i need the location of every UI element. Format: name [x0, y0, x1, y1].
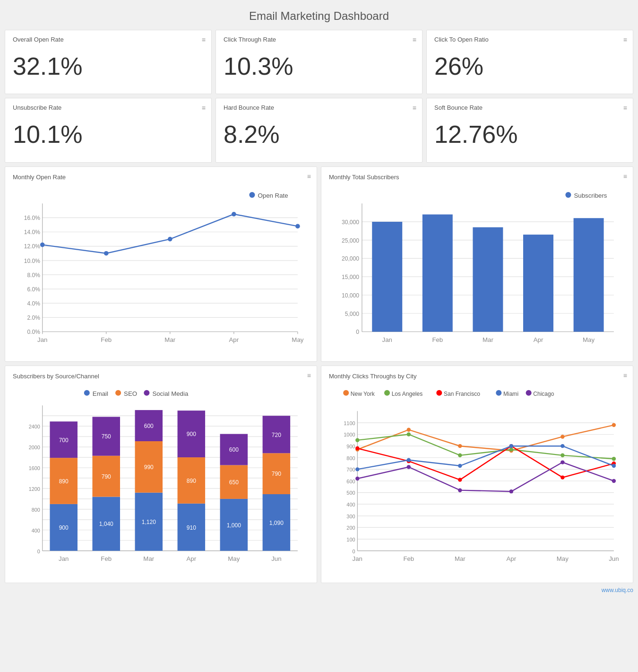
- svg-text:San Francisco: San Francisco: [444, 390, 480, 397]
- svg-text:700: 700: [346, 467, 355, 472]
- menu-icon-2[interactable]: ≡: [623, 36, 627, 44]
- svg-text:400: 400: [32, 527, 40, 533]
- svg-point-140: [496, 390, 501, 395]
- svg-text:2.0%: 2.0%: [27, 314, 40, 321]
- svg-point-142: [526, 390, 532, 395]
- svg-text:Jan: Jan: [382, 336, 392, 343]
- svg-text:Jan: Jan: [353, 555, 362, 562]
- chart-row-2: Subscribers by Source/Channel ≡ Email SE…: [5, 366, 633, 584]
- monthly-open-rate-chart: 0.0%2.0%4.0%6.0%8.0%10.0%12.0%14.0%16.0%…: [13, 183, 309, 355]
- svg-point-186: [560, 453, 564, 457]
- stat-label-0: Overall Open Rate: [13, 36, 204, 43]
- monthly-open-rate-title: Monthly Open Rate: [13, 174, 309, 181]
- svg-text:Mar: Mar: [143, 555, 154, 562]
- svg-text:Chicago: Chicago: [533, 390, 554, 397]
- svg-rect-59: [473, 227, 503, 332]
- svg-point-180: [560, 435, 564, 438]
- menu-icon-5[interactable]: ≡: [623, 104, 627, 112]
- stat-label-1: Click Through Rate: [224, 36, 414, 43]
- svg-text:100: 100: [346, 536, 355, 542]
- svg-text:15,000: 15,000: [342, 274, 359, 280]
- svg-text:600: 600: [346, 478, 355, 484]
- svg-point-196: [458, 463, 462, 467]
- svg-text:10,000: 10,000: [342, 292, 359, 299]
- menu-icon-0[interactable]: ≡: [202, 36, 206, 44]
- svg-text:1,040: 1,040: [99, 521, 113, 527]
- clicks-city-card: Monthly Clicks Throughs by City ≡ New Yo…: [321, 366, 633, 584]
- svg-text:200: 200: [346, 525, 355, 531]
- svg-rect-58: [422, 214, 453, 332]
- svg-point-185: [509, 447, 513, 451]
- svg-text:700: 700: [59, 436, 69, 443]
- svg-text:4.0%: 4.0%: [27, 300, 40, 307]
- stat-label-4: Hard Bounce Rate: [224, 104, 414, 111]
- menu-icon-4[interactable]: ≡: [413, 104, 416, 112]
- menu-icon-subscribers-chart[interactable]: ≡: [623, 173, 627, 180]
- svg-point-136: [384, 390, 390, 395]
- svg-point-30: [40, 243, 45, 247]
- svg-text:1000: 1000: [344, 432, 355, 437]
- svg-text:Feb: Feb: [101, 555, 112, 562]
- svg-text:1,000: 1,000: [227, 522, 241, 528]
- svg-point-192: [560, 475, 564, 479]
- stat-row-2: Unsubscribe Rate ≡ 10.1% Hard Bounce Rat…: [5, 98, 633, 162]
- stat-card-ctr: Click Through Rate ≡ 10.3%: [216, 30, 422, 94]
- svg-text:May: May: [292, 336, 303, 343]
- svg-point-31: [104, 251, 109, 256]
- svg-text:900: 900: [59, 524, 69, 531]
- menu-icon-channel-chart[interactable]: ≡: [307, 372, 311, 379]
- svg-text:Jan: Jan: [59, 555, 69, 562]
- svg-text:Mar: Mar: [164, 336, 175, 343]
- svg-text:Social Media: Social Media: [152, 390, 188, 397]
- svg-text:890: 890: [187, 477, 196, 484]
- svg-text:Jan: Jan: [37, 336, 47, 343]
- svg-point-63: [84, 390, 90, 395]
- menu-icon-open-rate-chart[interactable]: ≡: [307, 173, 311, 180]
- stat-label-2: Click To Open Ratio: [434, 36, 625, 43]
- svg-text:910: 910: [187, 524, 196, 531]
- svg-text:720: 720: [272, 431, 281, 438]
- stat-card-unsub: Unsubscribe Rate ≡ 10.1%: [5, 98, 212, 162]
- svg-point-203: [509, 489, 513, 493]
- svg-text:2400: 2400: [29, 423, 40, 429]
- svg-text:900: 900: [346, 443, 355, 449]
- svg-text:Feb: Feb: [432, 336, 443, 343]
- svg-point-182: [355, 438, 359, 442]
- svg-text:8.0%: 8.0%: [27, 272, 40, 279]
- svg-text:30,000: 30,000: [342, 219, 359, 226]
- subscribers-channel-title: Subscribers by Source/Channel: [13, 373, 309, 380]
- svg-text:Apr: Apr: [534, 336, 543, 343]
- svg-text:1200: 1200: [29, 486, 40, 491]
- svg-rect-57: [372, 222, 402, 332]
- stat-row-1: Overall Open Rate ≡ 32.1% Click Through …: [5, 30, 633, 94]
- svg-text:Los Angeles: Los Angeles: [392, 390, 423, 397]
- clicks-city-title: Monthly Clicks Throughs by City: [329, 373, 625, 380]
- svg-point-177: [407, 428, 411, 431]
- svg-point-181: [612, 423, 616, 427]
- svg-text:Miami: Miami: [503, 390, 518, 397]
- svg-text:Feb: Feb: [403, 555, 414, 562]
- svg-text:1100: 1100: [344, 420, 355, 426]
- svg-point-35: [249, 192, 255, 198]
- page-title: Email Marketing Dashboard: [5, 9, 633, 23]
- svg-point-34: [295, 224, 300, 228]
- svg-text:2000: 2000: [29, 444, 40, 450]
- svg-point-183: [407, 432, 411, 436]
- svg-text:Apr: Apr: [507, 555, 517, 562]
- svg-text:650: 650: [229, 479, 239, 486]
- menu-icon-1[interactable]: ≡: [413, 36, 416, 44]
- svg-text:Feb: Feb: [101, 336, 112, 343]
- svg-text:16.0%: 16.0%: [24, 215, 40, 221]
- svg-text:May: May: [228, 555, 240, 562]
- svg-point-134: [343, 390, 349, 395]
- svg-point-187: [612, 456, 616, 460]
- svg-text:May: May: [557, 555, 569, 562]
- monthly-subscribers-card: Monthly Total Subscribers ≡ 05,00010,000…: [321, 166, 633, 362]
- svg-text:20,000: 20,000: [342, 255, 359, 262]
- svg-text:12.0%: 12.0%: [24, 243, 40, 250]
- menu-icon-city-chart[interactable]: ≡: [623, 372, 627, 379]
- svg-text:0: 0: [352, 548, 355, 554]
- svg-text:1600: 1600: [29, 465, 40, 471]
- menu-icon-3[interactable]: ≡: [202, 104, 206, 112]
- svg-text:790: 790: [272, 471, 281, 477]
